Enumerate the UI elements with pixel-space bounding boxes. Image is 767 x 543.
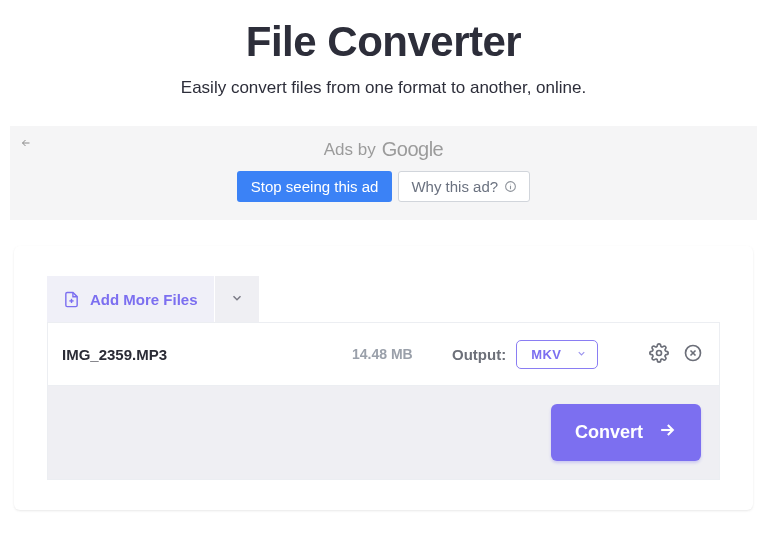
convert-button[interactable]: Convert	[551, 404, 701, 461]
chevron-down-icon	[576, 347, 587, 362]
output-format-select[interactable]: MKV	[516, 340, 597, 369]
page-subtitle: Easily convert files from one format to …	[0, 78, 767, 98]
add-files-dropdown-button[interactable]	[215, 276, 259, 322]
arrow-right-icon	[657, 420, 677, 445]
chevron-down-icon	[230, 291, 244, 308]
close-circle-icon	[683, 343, 703, 366]
why-this-ad-label: Why this ad?	[411, 178, 498, 195]
page-title: File Converter	[0, 18, 767, 66]
svg-point-2	[510, 184, 511, 185]
remove-file-button[interactable]	[683, 343, 703, 366]
convert-label: Convert	[575, 422, 643, 443]
back-arrow-icon[interactable]	[20, 136, 32, 152]
ad-attribution: Ads by Google	[22, 138, 745, 161]
ad-brand: Google	[382, 138, 444, 161]
add-more-files-label: Add More Files	[90, 291, 198, 308]
file-row: IMG_2359.MP3 14.48 MB Output: MKV	[47, 322, 720, 386]
file-toolbar: Add More Files	[47, 276, 720, 322]
ad-label-prefix: Ads by	[324, 140, 376, 160]
ad-banner: Ads by Google Stop seeing this ad Why th…	[10, 126, 757, 220]
why-this-ad-button[interactable]: Why this ad?	[398, 171, 530, 202]
selected-format: MKV	[531, 347, 561, 362]
stop-seeing-ad-button[interactable]: Stop seeing this ad	[237, 171, 393, 202]
convert-bar: Convert	[47, 386, 720, 480]
file-settings-button[interactable]	[649, 343, 669, 366]
file-name: IMG_2359.MP3	[62, 346, 352, 363]
output-label: Output:	[452, 346, 506, 363]
gear-icon	[649, 343, 669, 366]
info-icon	[504, 180, 517, 193]
file-size: 14.48 MB	[352, 346, 452, 362]
converter-card: Add More Files IMG_2359.MP3 14.48 MB Out…	[14, 246, 753, 510]
file-plus-icon	[63, 291, 80, 308]
svg-point-5	[657, 350, 662, 355]
add-more-files-button[interactable]: Add More Files	[47, 276, 215, 322]
page: File Converter Easily convert files from…	[0, 18, 767, 510]
